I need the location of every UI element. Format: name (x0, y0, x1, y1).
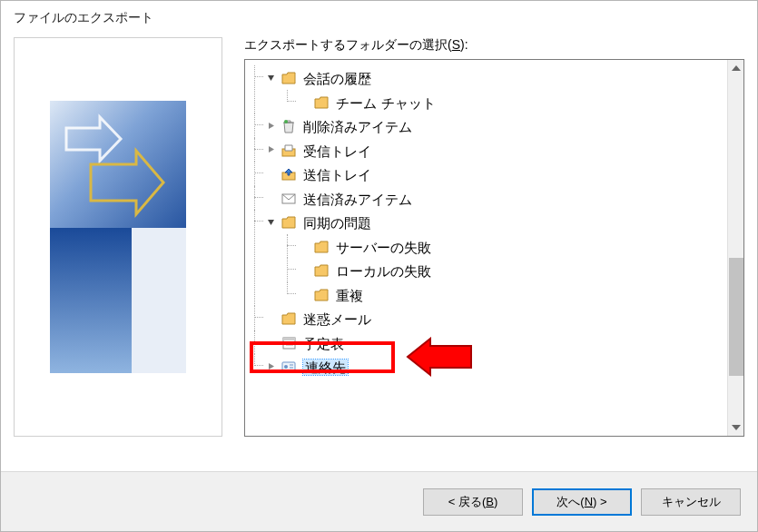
folder-icon (281, 311, 296, 326)
tree-label: 削除済みアイテム (303, 119, 412, 134)
dialog-title: ファイルのエクスポート (1, 1, 757, 37)
sent-icon (281, 192, 296, 206)
tree-item-deleted-items[interactable]: 削除済みアイテム (249, 113, 724, 138)
tree-item-conflicts[interactable]: 重複 (281, 282, 724, 307)
tree-item-team-chat[interactable]: チーム チャット (281, 90, 724, 114)
svg-point-3 (284, 120, 288, 123)
wizard-decorative-image (50, 101, 186, 373)
scroll-down-button[interactable] (728, 419, 744, 436)
svg-rect-8 (283, 338, 295, 340)
folder-tree[interactable]: 会話の履歴 チーム チャット (245, 60, 727, 436)
back-button[interactable]: < 戻る(B) (423, 488, 523, 516)
svg-rect-0 (50, 101, 186, 246)
tree-label: 迷惑メール (303, 311, 371, 327)
tree-label: ローカルの失敗 (336, 263, 431, 279)
svg-rect-1 (50, 228, 132, 373)
back-button-pre: < 戻る( (448, 495, 487, 508)
scroll-track[interactable] (728, 76, 744, 419)
tree-label: 同期の問題 (303, 215, 371, 231)
tree-item-inbox[interactable]: 受信トレイ (249, 138, 724, 163)
tree-label: チーム チャット (336, 94, 435, 110)
expand-icon[interactable] (265, 139, 276, 162)
folder-icon (314, 288, 329, 302)
outbox-icon (281, 167, 296, 182)
tree-label: 予定表 (303, 335, 344, 350)
tree-label: 重複 (336, 287, 363, 302)
folder-label-post: ): (460, 37, 468, 52)
tree-label: 連絡先 (303, 360, 348, 375)
inbox-icon (281, 143, 296, 158)
tree-item-local-failures[interactable]: ローカルの失敗 (281, 258, 724, 282)
folder-label-pre: エクスポートするフォルダーの選択( (244, 37, 452, 52)
tree-label: 送信トレイ (303, 167, 371, 182)
dialog-button-bar: < 戻る(B) 次へ(N) > キャンセル (1, 471, 757, 531)
folder-label-key: S (452, 37, 460, 52)
tree-item-conversation-history[interactable]: 会話の履歴 チーム チャット (249, 65, 724, 113)
tree-item-calendar[interactable]: 予定表 (249, 330, 724, 355)
tree-scrollbar[interactable] (727, 60, 743, 436)
folder-icon (314, 240, 329, 254)
folder-select-label: エクスポートするフォルダーの選択(S): (244, 37, 744, 54)
collapse-icon[interactable] (265, 67, 276, 90)
svg-rect-2 (132, 228, 186, 373)
next-button-key: N (585, 495, 593, 508)
tree-item-sent-items[interactable]: 送信済みアイテム (249, 186, 724, 211)
next-button-post: ) > (593, 495, 607, 508)
tree-item-junk[interactable]: 迷惑メール (249, 306, 724, 330)
folder-icon (314, 263, 329, 278)
contacts-icon (281, 360, 296, 374)
trash-icon (281, 119, 296, 133)
scroll-thumb[interactable] (729, 258, 743, 376)
expand-icon[interactable] (265, 356, 276, 379)
cancel-button[interactable]: キャンセル (641, 488, 741, 516)
dialog-content: エクスポートするフォルダーの選択(S): 会話の履歴 (1, 37, 757, 437)
calendar-icon (281, 336, 296, 350)
scroll-up-button[interactable] (728, 60, 744, 76)
right-panel: エクスポートするフォルダーの選択(S): 会話の履歴 (244, 37, 744, 437)
expand-icon[interactable] (265, 115, 276, 138)
cancel-button-label: キャンセル (662, 495, 721, 508)
tree-label: 受信トレイ (303, 143, 371, 158)
tree-label: 送信済みアイテム (303, 191, 412, 206)
svg-point-12 (284, 365, 288, 369)
folder-tree-container: 会話の履歴 チーム チャット (244, 59, 744, 437)
dialog-title-text: ファイルのエクスポート (14, 10, 153, 25)
next-button-pre: 次へ( (556, 495, 584, 508)
tree-label: サーバーの失敗 (336, 239, 431, 254)
tree-item-outbox[interactable]: 送信トレイ (249, 162, 724, 186)
next-button[interactable]: 次へ(N) > (532, 488, 632, 516)
folder-icon (281, 71, 296, 85)
wizard-image-panel (14, 37, 222, 437)
folder-icon (314, 95, 329, 110)
tree-item-sync-issues[interactable]: 同期の問題 サーバーの失敗 (249, 210, 724, 306)
back-button-post: ) (494, 495, 497, 508)
tree-label: 会話の履歴 (303, 71, 371, 86)
tree-item-contacts[interactable]: 連絡先 (249, 354, 724, 379)
back-button-key: B (486, 495, 494, 508)
export-dialog: ファイルのエクスポート (0, 0, 758, 532)
folder-icon (281, 215, 296, 230)
tree-item-server-failures[interactable]: サーバーの失敗 (281, 234, 724, 259)
collapse-icon[interactable] (265, 212, 276, 234)
